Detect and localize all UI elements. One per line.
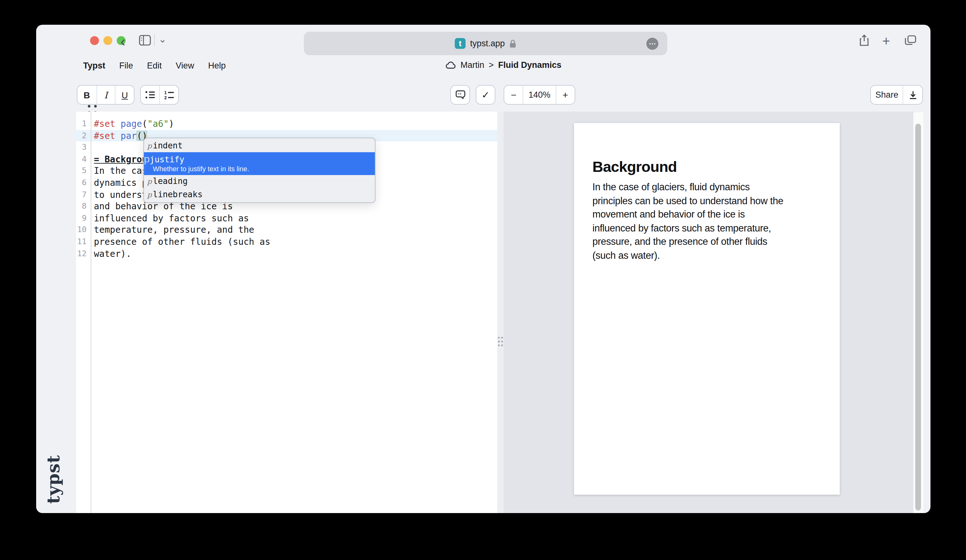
bold-button[interactable]: B xyxy=(77,85,96,104)
autocomplete-description: Whether to justify text in its line. xyxy=(153,165,375,173)
menu-edit[interactable]: Edit xyxy=(147,61,162,71)
numbered-list-icon: 1 2 xyxy=(164,90,174,99)
comment-button[interactable] xyxy=(450,85,470,105)
code-line-1[interactable]: 1 #set page("a6") xyxy=(76,118,497,130)
text-style-group: B I U xyxy=(77,85,135,105)
gutter-pad xyxy=(76,112,91,118)
line-number: 3 xyxy=(76,141,91,153)
line-number: 5 xyxy=(76,165,91,177)
tab-overview-icon[interactable] xyxy=(905,35,917,46)
lock-icon xyxy=(509,39,516,48)
scrollbar-thumb[interactable] xyxy=(915,124,921,511)
svg-text:1: 1 xyxy=(164,90,166,95)
line-number: 12 xyxy=(76,248,91,259)
code-line-11[interactable]: 11 presence of other fluids (such as xyxy=(76,236,497,248)
url-bar[interactable]: t typst.app ⋯ xyxy=(304,32,667,55)
underline-button[interactable]: U xyxy=(115,85,134,104)
page-body-line: movement and behavior of the ice is xyxy=(592,207,783,221)
page-body-line: pressure, and the presence of other flui… xyxy=(592,235,783,248)
page-body-line: influenced by factors such as temperatur… xyxy=(592,221,783,235)
breadcrumb: Martin > Fluid Dynamics xyxy=(445,60,561,70)
autocomplete-popup: p indent p justify Whether to justify te… xyxy=(143,137,376,203)
share-export-group: Share xyxy=(870,85,923,105)
reader-options-icon[interactable]: ⋯ xyxy=(646,38,659,49)
gutter-pad xyxy=(76,259,91,513)
share-page-icon[interactable] xyxy=(859,34,869,46)
sidebar-toggle-icon[interactable] xyxy=(139,35,151,46)
code-text: temperature, pressure, and the xyxy=(91,224,497,236)
autocomplete-label: indent xyxy=(153,139,183,152)
pane-resize-handle[interactable] xyxy=(497,112,503,513)
line-number: 1 xyxy=(76,118,91,130)
bullet-list-icon xyxy=(145,91,155,99)
line-number: 11 xyxy=(76,236,91,248)
autocomplete-item-linebreaks[interactable]: p linebreaks xyxy=(144,188,375,201)
download-button[interactable] xyxy=(903,85,922,104)
document-page: Background In the case of glaciers, flui… xyxy=(574,123,840,495)
menu-file[interactable]: File xyxy=(119,61,133,71)
autocomplete-item-indent[interactable]: p indent xyxy=(144,139,375,152)
share-button[interactable]: Share xyxy=(871,85,903,104)
traffic-minimize-button[interactable] xyxy=(104,36,112,45)
chrome-divider xyxy=(154,34,155,46)
preview-scrollbar[interactable] xyxy=(913,112,923,513)
code-text: #set page("a6") xyxy=(91,118,497,130)
back-icon[interactable]: ‹ xyxy=(120,33,125,50)
param-icon: p xyxy=(144,153,150,165)
code-text: water). xyxy=(91,248,497,259)
app-menu-bar: Typst File Edit View Help xyxy=(83,61,226,71)
zoom-level-value[interactable]: 140% xyxy=(523,85,555,104)
autocomplete-label: justify xyxy=(150,153,184,166)
param-icon: p xyxy=(147,139,153,152)
page-body-line: principles can be used to understand how… xyxy=(592,194,783,207)
preview-pane: Background In the case of glaciers, flui… xyxy=(503,112,913,513)
code-text: influenced by factors such as xyxy=(91,212,497,224)
menu-typst[interactable]: Typst xyxy=(83,61,105,71)
breadcrumb-separator: > xyxy=(489,60,494,70)
compile-status-button[interactable]: ✓ xyxy=(476,85,495,105)
breadcrumb-doc-title[interactable]: Fluid Dynamics xyxy=(498,60,562,70)
code-line-9[interactable]: 9 influenced by factors such as xyxy=(76,212,497,224)
line-number: 2 xyxy=(76,130,91,141)
typst-favicon: t xyxy=(455,38,465,49)
menu-help[interactable]: Help xyxy=(208,61,226,71)
bullet-list-button[interactable] xyxy=(141,85,159,104)
svg-text:2: 2 xyxy=(164,95,166,99)
italic-button[interactable]: I xyxy=(96,85,115,104)
page-heading: Background xyxy=(592,159,677,176)
zoom-in-button[interactable]: + xyxy=(555,85,575,104)
autocomplete-label: linebreaks xyxy=(153,188,203,201)
autocomplete-item-justify-selected[interactable]: p justify Whether to justify text in its… xyxy=(144,152,375,175)
page-body: In the case of glaciers, fluid dynamics … xyxy=(592,180,783,262)
zoom-control-group: − 140% + xyxy=(504,85,575,105)
param-icon: p xyxy=(147,188,153,201)
check-icon: ✓ xyxy=(476,85,495,104)
download-icon xyxy=(909,90,917,99)
code-line-12[interactable]: 12 water). xyxy=(76,248,497,259)
code-text: presence of other fluids (such as xyxy=(91,236,497,248)
url-text: typst.app xyxy=(470,39,505,48)
screen: ⌄ ‹ t typst.app ⋯ + xyxy=(0,0,966,560)
menu-view[interactable]: View xyxy=(176,61,194,71)
chevron-down-icon[interactable]: ⌄ xyxy=(159,34,166,45)
new-tab-icon[interactable]: + xyxy=(882,34,890,49)
list-group: 1 2 xyxy=(140,85,179,105)
line-number: 8 xyxy=(76,200,91,212)
browser-window: ⌄ ‹ t typst.app ⋯ + xyxy=(36,25,930,513)
typst-logo: typst xyxy=(43,456,63,504)
line-number: 9 xyxy=(76,212,91,224)
cloud-icon xyxy=(445,61,456,69)
numbered-list-button[interactable]: 1 2 xyxy=(159,85,178,104)
page-body-line: In the case of glaciers, fluid dynamics xyxy=(592,180,783,194)
zoom-out-button[interactable]: − xyxy=(504,85,523,104)
breadcrumb-project[interactable]: Martin xyxy=(460,60,484,70)
line-number: 7 xyxy=(76,189,91,200)
autocomplete-item-leading[interactable]: p leading xyxy=(144,175,375,188)
page-body-line: (such as water). xyxy=(592,248,783,262)
traffic-close-button[interactable] xyxy=(90,36,99,45)
line-number: 10 xyxy=(76,224,91,236)
param-icon: p xyxy=(147,175,153,188)
code-line-10[interactable]: 10 temperature, pressure, and the xyxy=(76,224,497,236)
line-number: 6 xyxy=(76,177,91,189)
autocomplete-label: leading xyxy=(153,175,188,188)
